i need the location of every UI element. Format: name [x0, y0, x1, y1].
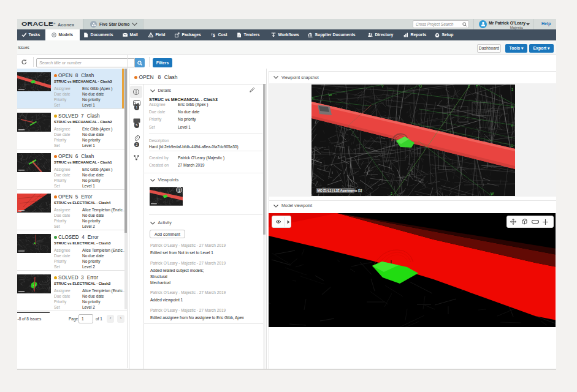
svg-text:$: $ [213, 32, 215, 37]
svg-text:C: C [511, 144, 513, 148]
svg-text:W: W [329, 93, 332, 97]
svg-text:C: C [312, 96, 315, 100]
svg-text:2: 2 [391, 192, 392, 195]
svg-text:Y: Y [381, 85, 384, 88]
svg-text:2: 2 [468, 85, 470, 88]
svg-text:U: U [419, 85, 422, 88]
svg-text:MC-Z1-L1 | L1E Apartments [1]: MC-Z1-L1 | L1E Apartments [1] [318, 189, 362, 192]
svg-text:W: W [491, 192, 494, 195]
svg-text:U: U [511, 105, 513, 108]
svg-text:1: 1 [511, 88, 513, 91]
svg-text:1: 1 [178, 188, 181, 192]
svg-text:Y: Y [511, 124, 513, 127]
